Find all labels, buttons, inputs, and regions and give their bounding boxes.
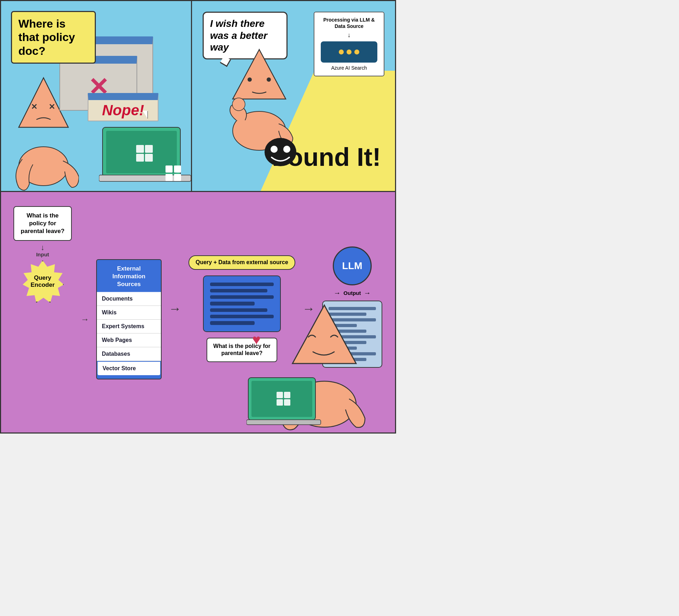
svg-point-15 — [248, 77, 252, 82]
speech-text-left: Where is that policy doc? — [18, 17, 75, 57]
query-data-label: Query + Data from external source — [188, 255, 295, 270]
azure-dot-2 — [347, 50, 352, 54]
input-arrow: ↓ Input — [36, 244, 49, 257]
svg-point-20 — [283, 146, 290, 153]
data-line-7 — [210, 321, 255, 325]
query-encoder: Query Encoder — [22, 260, 64, 303]
cursor-icon — [143, 111, 147, 118]
source-item-databases: Databases — [97, 347, 161, 361]
azure-search-icon — [321, 41, 377, 63]
windows-logo-left — [166, 165, 181, 181]
output-arrow-icon-2: → — [364, 289, 371, 297]
data-card — [203, 275, 281, 332]
svg-rect-27 — [277, 399, 283, 406]
query-encoder-label: Query Encoder — [23, 274, 63, 289]
panel-left: Where is that policy doc? ⊘ ✕ Nope! — [1, 1, 192, 191]
source-item-vectorstore: Vector Store — [97, 361, 161, 376]
question-text: What is the policy for parental leave? — [21, 212, 65, 234]
llm-label: LLM — [342, 260, 362, 272]
source-item-webpages: Web Pages — [97, 333, 161, 347]
svg-marker-14 — [233, 50, 286, 99]
query-section: What is the policy for parental leave? ↓… — [12, 206, 74, 303]
source-item-documents: Documents — [97, 292, 161, 306]
comic-container: Where is that policy doc? ⊘ ✕ Nope! — [0, 0, 396, 434]
svg-rect-8 — [136, 145, 144, 153]
svg-rect-28 — [284, 399, 290, 406]
processing-label: Processing via LLM & Data Source — [320, 17, 378, 29]
azure-dot-3 — [354, 50, 359, 54]
query-question-box: What is the policy for parental leave? — [207, 338, 277, 362]
data-line-4 — [210, 302, 255, 305]
query-question-text: What is the policy for parental leave? — [213, 343, 271, 356]
azure-arrow-icon: ↓ — [320, 31, 378, 40]
arrow-to-data: → — [169, 301, 181, 316]
data-line-1 — [210, 283, 274, 286]
svg-rect-10 — [136, 154, 144, 162]
nope-text: Nope! — [102, 102, 144, 119]
output-arrow-icon: → — [333, 289, 341, 297]
output-arrow-group: → Output → — [333, 289, 371, 297]
output-label: Output — [343, 290, 361, 296]
azure-search-label: Azure AI Search — [320, 65, 378, 72]
svg-rect-24 — [251, 381, 312, 417]
data-line-2 — [210, 289, 267, 292]
top-row: Where is that policy doc? ⊘ ✕ Nope! — [1, 1, 395, 192]
ext-sources-header: External Information Sources — [97, 260, 161, 292]
heart-icon: ♥ — [252, 332, 261, 348]
data-line-5 — [210, 308, 267, 312]
question-box: What is the policy for parental leave? — [13, 206, 72, 241]
nope-box: Nope! — [88, 93, 158, 121]
data-line-6 — [210, 315, 274, 318]
win-logo-sq-2 — [174, 165, 181, 173]
svg-rect-29 — [246, 420, 321, 425]
source-item-wikis: Wikis — [97, 306, 161, 320]
svg-point-16 — [267, 77, 271, 82]
bottom-row: What is the policy for parental leave? ↓… — [1, 192, 395, 432]
data-line-3 — [210, 295, 274, 299]
azure-dot-1 — [339, 50, 344, 54]
win-logo-sq-1 — [166, 165, 173, 173]
svg-point-18 — [265, 138, 296, 166]
down-arrow-icon: ↓ — [41, 244, 45, 251]
happy-face-icon — [263, 134, 298, 170]
speech-box-left: Where is that policy doc? — [11, 11, 96, 64]
win-logo-sq-3 — [166, 174, 173, 181]
svg-point-19 — [271, 146, 278, 153]
external-sources-box: External Information Sources Documents W… — [96, 259, 162, 379]
svg-rect-9 — [145, 145, 153, 153]
input-label: Input — [36, 251, 49, 257]
azure-box: Processing via LLM & Data Source ↓ Azure… — [314, 12, 384, 76]
source-item-expert: Expert Systems — [97, 320, 161, 333]
win-logo-sq-4 — [174, 174, 181, 181]
ext-sources-list: Documents Wikis Expert Systems Web Pages… — [97, 292, 161, 376]
panel-right: I wish there was a better way Processing… — [192, 1, 395, 191]
laptop-bottom — [246, 376, 324, 432]
arrow-to-sources: → — [81, 314, 89, 324]
svg-rect-25 — [277, 392, 283, 398]
svg-rect-11 — [145, 154, 153, 162]
llm-circle: LLM — [333, 246, 372, 285]
svg-point-17 — [232, 98, 245, 111]
svg-rect-26 — [284, 392, 290, 398]
